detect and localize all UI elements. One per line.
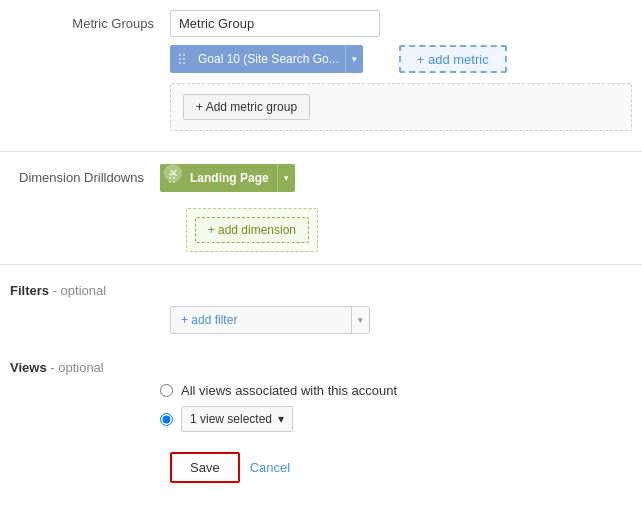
chevron-down-icon: ▾	[352, 54, 357, 64]
filter-dropdown-arrow-icon[interactable]: ▾	[351, 307, 369, 333]
all-views-radio-row: All views associated with this account	[0, 383, 642, 398]
save-button[interactable]: Save	[170, 452, 240, 483]
cancel-link[interactable]: Cancel	[250, 460, 290, 475]
selected-view-radio-row: 1 view selected ▾	[0, 406, 642, 432]
add-metric-group-section: + Add metric group	[170, 83, 632, 131]
views-header: Views - optional	[0, 350, 642, 383]
dimension-drilldowns-label: Dimension Drilldowns	[0, 164, 160, 185]
dimension-drilldowns-section: Dimension Drilldowns Landing Page ▾ ✕ + …	[0, 151, 642, 265]
goal-pill-text: Goal 10 (Site Search Go...	[192, 52, 345, 66]
all-views-label: All views associated with this account	[181, 383, 397, 398]
goal-metric-pill[interactable]: Goal 10 (Site Search Go... ▾	[170, 45, 363, 73]
goal-pill-close-button[interactable]: ✕	[373, 50, 391, 68]
filters-header: Filters - optional	[0, 273, 642, 306]
dimension-pill-close-button[interactable]: ✕	[164, 164, 182, 182]
metric-groups-section: Metric Groups Goal 10 (Site Search Go...…	[0, 10, 642, 135]
add-metric-button[interactable]: + add metric	[399, 45, 507, 73]
dimension-drilldowns-content: Landing Page ▾ ✕ + add dimension	[160, 164, 642, 252]
filters-row: + add filter ▾	[0, 306, 642, 334]
add-metric-group-button[interactable]: + Add metric group	[183, 94, 310, 120]
add-dimension-section: + add dimension	[186, 208, 318, 252]
metric-pill-row: Goal 10 (Site Search Go... ▾ ✕ + add met…	[170, 45, 632, 73]
all-views-radio[interactable]	[160, 384, 173, 397]
metric-group-name-input[interactable]	[170, 10, 380, 37]
goal-pill-dropdown-icon[interactable]: ▾	[345, 45, 363, 73]
view-selected-label: 1 view selected	[190, 412, 272, 426]
drag-handle-icon	[170, 52, 192, 66]
add-dimension-button[interactable]: + add dimension	[195, 217, 309, 243]
landing-page-pill-text: Landing Page	[182, 171, 277, 185]
dimension-pill-dropdown-icon[interactable]: ▾	[277, 164, 295, 192]
action-row: Save Cancel	[0, 440, 642, 493]
add-filter-link: filter	[215, 313, 238, 327]
view-selected-chevron-icon: ▾	[278, 412, 284, 426]
selected-view-radio[interactable]	[160, 413, 173, 426]
view-selected-button[interactable]: 1 view selected ▾	[181, 406, 293, 432]
dimension-chevron-down-icon: ▾	[284, 173, 289, 183]
add-filter-text: + add filter	[171, 313, 351, 327]
metric-groups-content: Goal 10 (Site Search Go... ▾ ✕ + add met…	[170, 10, 632, 135]
metric-groups-label: Metric Groups	[10, 10, 170, 31]
add-filter-button[interactable]: + add filter ▾	[170, 306, 370, 334]
